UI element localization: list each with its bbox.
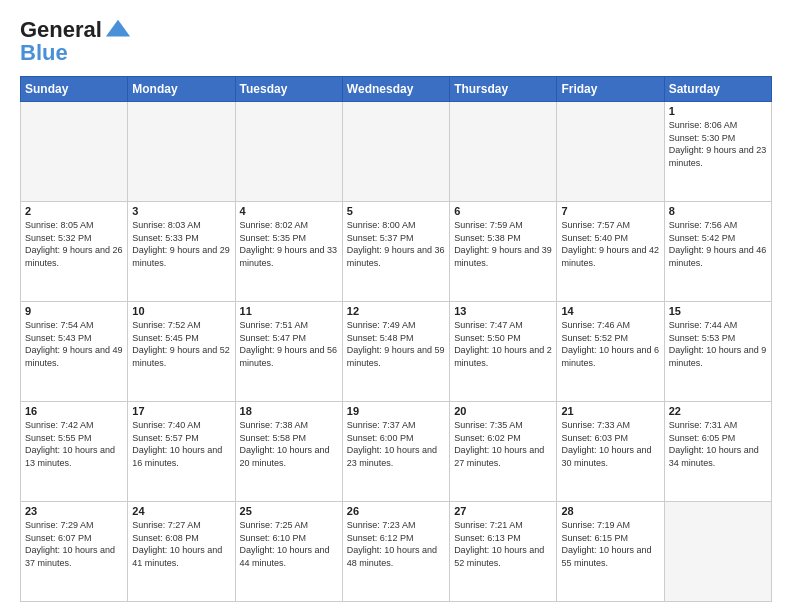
day-number: 2 <box>25 205 123 217</box>
day-cell: 14Sunrise: 7:46 AM Sunset: 5:52 PM Dayli… <box>557 302 664 402</box>
day-info: Sunrise: 7:46 AM Sunset: 5:52 PM Dayligh… <box>561 319 659 369</box>
day-cell: 19Sunrise: 7:37 AM Sunset: 6:00 PM Dayli… <box>342 402 449 502</box>
day-number: 25 <box>240 505 338 517</box>
day-info: Sunrise: 8:05 AM Sunset: 5:32 PM Dayligh… <box>25 219 123 269</box>
day-cell: 21Sunrise: 7:33 AM Sunset: 6:03 PM Dayli… <box>557 402 664 502</box>
day-cell <box>235 102 342 202</box>
week-row-2: 2Sunrise: 8:05 AM Sunset: 5:32 PM Daylig… <box>21 202 772 302</box>
day-number: 20 <box>454 405 552 417</box>
weekday-header-wednesday: Wednesday <box>342 77 449 102</box>
day-cell <box>21 102 128 202</box>
day-info: Sunrise: 7:21 AM Sunset: 6:13 PM Dayligh… <box>454 519 552 569</box>
weekday-header-friday: Friday <box>557 77 664 102</box>
weekday-header-saturday: Saturday <box>664 77 771 102</box>
day-number: 4 <box>240 205 338 217</box>
day-info: Sunrise: 7:29 AM Sunset: 6:07 PM Dayligh… <box>25 519 123 569</box>
week-row-3: 9Sunrise: 7:54 AM Sunset: 5:43 PM Daylig… <box>21 302 772 402</box>
day-cell: 16Sunrise: 7:42 AM Sunset: 5:55 PM Dayli… <box>21 402 128 502</box>
day-cell: 4Sunrise: 8:02 AM Sunset: 5:35 PM Daylig… <box>235 202 342 302</box>
day-number: 11 <box>240 305 338 317</box>
day-number: 21 <box>561 405 659 417</box>
day-info: Sunrise: 7:25 AM Sunset: 6:10 PM Dayligh… <box>240 519 338 569</box>
day-cell <box>664 502 771 602</box>
day-number: 23 <box>25 505 123 517</box>
day-cell: 12Sunrise: 7:49 AM Sunset: 5:48 PM Dayli… <box>342 302 449 402</box>
day-number: 3 <box>132 205 230 217</box>
day-number: 17 <box>132 405 230 417</box>
day-cell <box>342 102 449 202</box>
day-cell: 17Sunrise: 7:40 AM Sunset: 5:57 PM Dayli… <box>128 402 235 502</box>
day-number: 12 <box>347 305 445 317</box>
weekday-header-thursday: Thursday <box>450 77 557 102</box>
day-cell: 22Sunrise: 7:31 AM Sunset: 6:05 PM Dayli… <box>664 402 771 502</box>
day-info: Sunrise: 7:42 AM Sunset: 5:55 PM Dayligh… <box>25 419 123 469</box>
day-number: 6 <box>454 205 552 217</box>
day-info: Sunrise: 7:49 AM Sunset: 5:48 PM Dayligh… <box>347 319 445 369</box>
day-info: Sunrise: 7:31 AM Sunset: 6:05 PM Dayligh… <box>669 419 767 469</box>
day-info: Sunrise: 7:52 AM Sunset: 5:45 PM Dayligh… <box>132 319 230 369</box>
day-cell: 23Sunrise: 7:29 AM Sunset: 6:07 PM Dayli… <box>21 502 128 602</box>
day-number: 19 <box>347 405 445 417</box>
day-number: 10 <box>132 305 230 317</box>
day-info: Sunrise: 7:56 AM Sunset: 5:42 PM Dayligh… <box>669 219 767 269</box>
day-number: 18 <box>240 405 338 417</box>
day-info: Sunrise: 7:33 AM Sunset: 6:03 PM Dayligh… <box>561 419 659 469</box>
day-cell: 10Sunrise: 7:52 AM Sunset: 5:45 PM Dayli… <box>128 302 235 402</box>
week-row-4: 16Sunrise: 7:42 AM Sunset: 5:55 PM Dayli… <box>21 402 772 502</box>
day-cell <box>450 102 557 202</box>
day-cell: 20Sunrise: 7:35 AM Sunset: 6:02 PM Dayli… <box>450 402 557 502</box>
day-info: Sunrise: 7:19 AM Sunset: 6:15 PM Dayligh… <box>561 519 659 569</box>
logo: General Blue <box>20 16 132 66</box>
day-info: Sunrise: 7:47 AM Sunset: 5:50 PM Dayligh… <box>454 319 552 369</box>
day-info: Sunrise: 7:51 AM Sunset: 5:47 PM Dayligh… <box>240 319 338 369</box>
week-row-5: 23Sunrise: 7:29 AM Sunset: 6:07 PM Dayli… <box>21 502 772 602</box>
day-cell: 24Sunrise: 7:27 AM Sunset: 6:08 PM Dayli… <box>128 502 235 602</box>
day-number: 1 <box>669 105 767 117</box>
weekday-header-monday: Monday <box>128 77 235 102</box>
day-cell: 27Sunrise: 7:21 AM Sunset: 6:13 PM Dayli… <box>450 502 557 602</box>
header: General Blue <box>20 16 772 66</box>
day-cell <box>128 102 235 202</box>
day-info: Sunrise: 7:44 AM Sunset: 5:53 PM Dayligh… <box>669 319 767 369</box>
day-info: Sunrise: 7:59 AM Sunset: 5:38 PM Dayligh… <box>454 219 552 269</box>
day-cell: 1Sunrise: 8:06 AM Sunset: 5:30 PM Daylig… <box>664 102 771 202</box>
day-number: 27 <box>454 505 552 517</box>
day-number: 8 <box>669 205 767 217</box>
day-number: 26 <box>347 505 445 517</box>
day-cell <box>557 102 664 202</box>
day-info: Sunrise: 7:40 AM Sunset: 5:57 PM Dayligh… <box>132 419 230 469</box>
day-number: 22 <box>669 405 767 417</box>
day-number: 16 <box>25 405 123 417</box>
logo-icon <box>104 16 132 44</box>
svg-marker-0 <box>106 20 130 37</box>
day-cell: 9Sunrise: 7:54 AM Sunset: 5:43 PM Daylig… <box>21 302 128 402</box>
week-row-1: 1Sunrise: 8:06 AM Sunset: 5:30 PM Daylig… <box>21 102 772 202</box>
calendar: SundayMondayTuesdayWednesdayThursdayFrid… <box>20 76 772 602</box>
day-cell: 7Sunrise: 7:57 AM Sunset: 5:40 PM Daylig… <box>557 202 664 302</box>
weekday-header-sunday: Sunday <box>21 77 128 102</box>
day-number: 24 <box>132 505 230 517</box>
day-info: Sunrise: 7:35 AM Sunset: 6:02 PM Dayligh… <box>454 419 552 469</box>
day-cell: 11Sunrise: 7:51 AM Sunset: 5:47 PM Dayli… <box>235 302 342 402</box>
day-cell: 3Sunrise: 8:03 AM Sunset: 5:33 PM Daylig… <box>128 202 235 302</box>
day-cell: 6Sunrise: 7:59 AM Sunset: 5:38 PM Daylig… <box>450 202 557 302</box>
weekday-header-row: SundayMondayTuesdayWednesdayThursdayFrid… <box>21 77 772 102</box>
day-cell: 15Sunrise: 7:44 AM Sunset: 5:53 PM Dayli… <box>664 302 771 402</box>
day-number: 9 <box>25 305 123 317</box>
day-number: 15 <box>669 305 767 317</box>
day-cell: 2Sunrise: 8:05 AM Sunset: 5:32 PM Daylig… <box>21 202 128 302</box>
day-number: 5 <box>347 205 445 217</box>
day-info: Sunrise: 8:00 AM Sunset: 5:37 PM Dayligh… <box>347 219 445 269</box>
day-number: 28 <box>561 505 659 517</box>
day-number: 13 <box>454 305 552 317</box>
day-info: Sunrise: 7:27 AM Sunset: 6:08 PM Dayligh… <box>132 519 230 569</box>
day-info: Sunrise: 7:37 AM Sunset: 6:00 PM Dayligh… <box>347 419 445 469</box>
day-info: Sunrise: 8:03 AM Sunset: 5:33 PM Dayligh… <box>132 219 230 269</box>
day-cell: 8Sunrise: 7:56 AM Sunset: 5:42 PM Daylig… <box>664 202 771 302</box>
day-cell: 18Sunrise: 7:38 AM Sunset: 5:58 PM Dayli… <box>235 402 342 502</box>
day-info: Sunrise: 7:57 AM Sunset: 5:40 PM Dayligh… <box>561 219 659 269</box>
day-cell: 28Sunrise: 7:19 AM Sunset: 6:15 PM Dayli… <box>557 502 664 602</box>
page: General Blue SundayMondayTuesdayWednesda… <box>0 0 792 612</box>
day-cell: 5Sunrise: 8:00 AM Sunset: 5:37 PM Daylig… <box>342 202 449 302</box>
day-info: Sunrise: 8:02 AM Sunset: 5:35 PM Dayligh… <box>240 219 338 269</box>
